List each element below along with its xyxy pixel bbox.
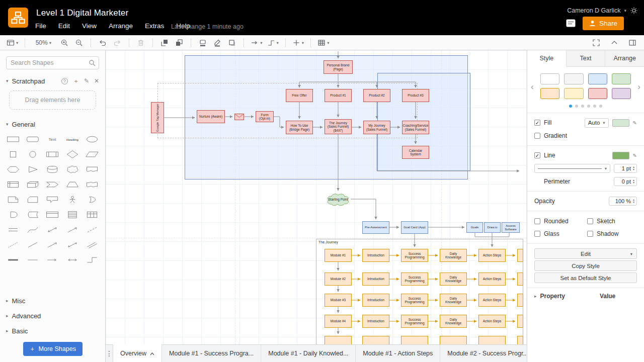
scratchpad-dropzone[interactable]: Drag elements here <box>9 90 96 110</box>
shape-or[interactable] <box>83 192 102 207</box>
opacity-stepper[interactable]: 100 % ▴▾ <box>609 197 637 206</box>
line-width-stepper[interactable]: 1 pt ▴▾ <box>614 164 637 173</box>
to-back-button[interactable] <box>173 37 186 49</box>
style-swatch-2[interactable] <box>588 73 607 84</box>
line-color-chip[interactable] <box>612 152 629 159</box>
style-swatch-6[interactable] <box>588 88 607 99</box>
diagram-node-success-programming-2[interactable]: Success Programming <box>401 273 428 286</box>
shape-link[interactable] <box>83 237 102 252</box>
shape-internal-storage[interactable] <box>3 177 23 192</box>
shape-cloud[interactable] <box>62 162 82 177</box>
diagram-node-introduction-1[interactable]: Introduction <box>362 249 389 262</box>
diagram-node-calendar-system[interactable]: Calendar System <box>402 146 429 159</box>
diagram-node-action-steps-3[interactable]: Action Steps <box>478 294 506 307</box>
shape-container[interactable] <box>43 207 62 222</box>
diagram-node-nurture[interactable]: Nurture (Aware) <box>197 110 225 123</box>
diagram-node-more-3[interactable] <box>517 294 523 307</box>
undo-button[interactable] <box>96 37 109 49</box>
user-menu[interactable]: Cameron D Garlick ▾ <box>567 7 638 15</box>
stepper-arrows-icon[interactable]: ▴▾ <box>633 179 634 184</box>
property-table-header[interactable]: ▸ Property Value <box>527 288 644 304</box>
edit-pencil-icon[interactable]: ✎ <box>633 153 637 158</box>
diagram-node-daily-knowledge-4[interactable]: Daily Knowledge <box>440 315 467 328</box>
swatch-next-icon[interactable]: › <box>637 82 640 92</box>
pager-dot-4[interactable] <box>593 105 596 108</box>
to-front-button[interactable] <box>158 37 171 49</box>
diagram-node-introduction-5[interactable] <box>362 336 389 344</box>
diagram-node-product-3[interactable]: Product #3 <box>402 89 429 102</box>
shape-text[interactable]: Text <box>43 132 62 147</box>
toggle-sketch[interactable]: Sketch <box>587 216 637 226</box>
diagram-node-goal-card[interactable]: Goal Card (App) <box>401 221 428 234</box>
shape-heading[interactable]: Heading <box>62 132 82 147</box>
shape-ellipse[interactable] <box>83 132 102 147</box>
shape-directional-connector[interactable] <box>43 237 62 252</box>
more-shapes-button[interactable]: ＋ More Shapes <box>23 342 83 356</box>
shape-square[interactable] <box>3 147 23 162</box>
diagram-node-google-tag-manager[interactable]: Google Tag Manager <box>151 102 164 133</box>
style-swatch-7[interactable] <box>612 88 631 99</box>
fullscreen-button[interactable] <box>590 37 603 49</box>
diagram-node-goals[interactable]: Goals <box>466 222 483 233</box>
connection-style-dropdown[interactable]: ▾ <box>249 37 264 49</box>
zoom-dropdown[interactable]: 50% ▾ <box>30 37 56 49</box>
fill-color-chip[interactable] <box>612 119 629 127</box>
pager-dot-3[interactable] <box>587 105 590 108</box>
add-icon[interactable]: ＋ <box>73 77 79 85</box>
diagram-node-personal-brand[interactable]: Personal Brand (Page) <box>324 60 353 74</box>
shadow-button[interactable] <box>225 37 238 49</box>
shape-bidirectional-arrow[interactable] <box>43 222 62 237</box>
diagram-node-module-3[interactable]: Module #3 <box>325 294 352 307</box>
shape-note[interactable] <box>3 192 23 207</box>
diagram-node-module-5[interactable] <box>325 336 352 344</box>
menu-view[interactable]: View <box>82 22 97 30</box>
perimeter-stepper[interactable]: 0 pt ▴▾ <box>614 177 637 186</box>
shape-bidirectional-connector[interactable] <box>62 237 82 252</box>
shape-rounded-rectangle[interactable] <box>23 132 42 147</box>
shape-hexagon[interactable] <box>3 162 23 177</box>
diagram-node-success-programming-3[interactable]: Success Programming <box>401 294 428 307</box>
copy-style-button[interactable]: Copy Style <box>534 260 637 271</box>
diagram-node-module-1[interactable]: Module #1 <box>325 249 352 262</box>
zoom-in-button[interactable] <box>58 37 71 49</box>
diagram-node-module-2[interactable]: Module #2 <box>325 273 352 286</box>
diagram-node-success-programming-1[interactable]: Success Programming <box>401 249 428 262</box>
gradient-checkbox[interactable] <box>534 133 540 139</box>
pages-menu-icon[interactable]: ⋮ <box>106 345 113 362</box>
format-panel-toggle[interactable] <box>626 37 639 49</box>
comments-button[interactable] <box>566 19 576 28</box>
style-swatch-1[interactable] <box>564 73 583 84</box>
section-basic[interactable]: ▸ Basic <box>0 323 105 338</box>
shape-list-item[interactable] <box>3 222 23 237</box>
diagram-node-daily-knowledge-2[interactable]: Daily Knowledge <box>440 273 467 286</box>
tab-arrange[interactable]: Arrange <box>605 50 644 66</box>
shape-horizontal-arrow[interactable] <box>43 252 62 267</box>
fill-mode-dropdown[interactable]: Auto ▾ <box>585 118 609 128</box>
shape-diamond[interactable] <box>62 147 82 162</box>
theme-icon[interactable] <box>630 7 638 15</box>
shape-callout[interactable] <box>43 192 62 207</box>
diagram-node-product-2[interactable]: Product #2 <box>363 89 390 102</box>
shape-tape[interactable] <box>83 177 102 192</box>
scratchpad-header[interactable]: ▾ Scratchpad ? ＋ ✎ ✕ <box>0 73 105 88</box>
page-tab-module-2-success-progr-[interactable]: Module #2 - Success Progr... <box>440 345 536 362</box>
zoom-out-button[interactable] <box>72 37 86 49</box>
checkbox-shadow[interactable] <box>587 231 593 237</box>
diagram-node-coaching-service[interactable]: Coaching/Service (Sales Funnel) <box>402 121 429 134</box>
shape-elbow-connector[interactable] <box>83 252 102 267</box>
stepper-arrows-icon[interactable]: ▴▾ <box>633 199 634 204</box>
waypoint-style-dropdown[interactable]: ▾ <box>266 37 280 49</box>
style-swatch-0[interactable] <box>540 73 559 84</box>
fill-checkbox[interactable]: ✓ <box>534 120 540 126</box>
shape-card[interactable] <box>23 192 42 207</box>
diagram-node-daily-knowledge-5[interactable] <box>440 336 467 344</box>
share-button[interactable]: Share <box>583 17 624 30</box>
diagram-node-success-programming-5[interactable] <box>401 336 428 344</box>
toggle-glass[interactable]: Glass <box>534 228 584 239</box>
line-checkbox[interactable]: ✓ <box>534 152 540 158</box>
diagram-node-more-4[interactable] <box>517 315 523 328</box>
shape-dashed-line[interactable] <box>83 222 102 237</box>
section-advanced[interactable]: ▸ Advanced <box>0 308 105 323</box>
shape-parallelogram[interactable] <box>83 147 102 162</box>
view-button[interactable]: ▾ <box>5 37 20 49</box>
